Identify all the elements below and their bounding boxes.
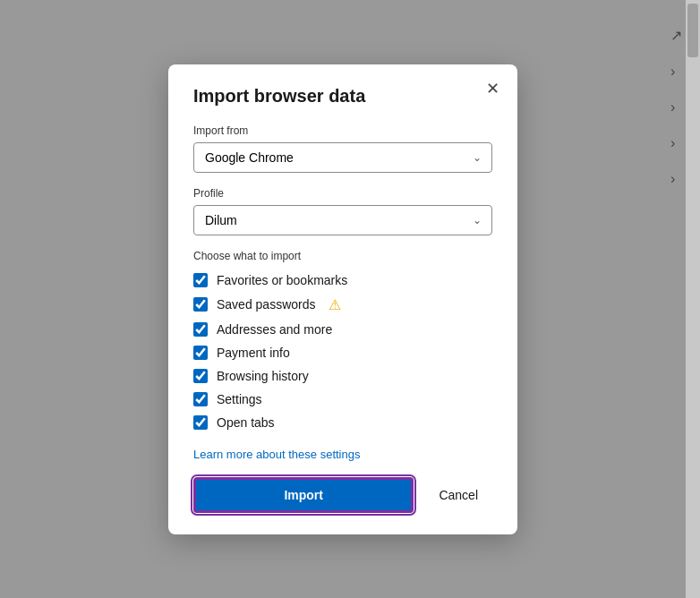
- scrollbar-thumb[interactable]: [687, 4, 698, 57]
- chevron-right-icon-1[interactable]: ›: [670, 64, 682, 80]
- warning-icon: ⚠: [329, 296, 341, 313]
- import-from-select[interactable]: Google Chrome: [193, 142, 492, 173]
- chevron-right-icon-2[interactable]: ›: [670, 99, 682, 115]
- checkbox-payment-label: Payment info: [217, 346, 290, 360]
- checkbox-addresses[interactable]: Addresses and more: [193, 322, 492, 337]
- checkbox-settings-label: Settings: [217, 392, 262, 406]
- checkbox-settings-input[interactable]: [193, 392, 208, 406]
- checkbox-passwords-input[interactable]: [193, 297, 208, 312]
- dialog-actions: Import Cancel: [193, 477, 492, 513]
- checkbox-passwords[interactable]: Saved passwords ⚠: [193, 296, 492, 313]
- checkbox-favorites-input[interactable]: [193, 273, 208, 287]
- checkbox-favorites[interactable]: Favorites or bookmarks: [193, 273, 492, 287]
- checkbox-browsing[interactable]: Browsing history: [193, 369, 492, 383]
- dialog: ✕ Import browser data Import from Google…: [168, 64, 517, 534]
- chevron-right-icon-3[interactable]: ›: [670, 135, 682, 151]
- profile-select-wrapper: Dilum ⌄: [193, 205, 492, 235]
- cancel-button[interactable]: Cancel: [424, 480, 492, 510]
- learn-more-link[interactable]: Learn more about these settings: [193, 448, 492, 461]
- checkbox-browsing-label: Browsing history: [217, 369, 309, 383]
- choose-import-label: Choose what to import: [193, 250, 492, 262]
- import-button[interactable]: Import: [193, 477, 414, 513]
- checkbox-list: Favorites or bookmarks Saved passwords ⚠…: [193, 273, 492, 430]
- import-from-label: Import from: [193, 124, 492, 137]
- close-button[interactable]: ✕: [481, 77, 505, 100]
- scrollbar-track[interactable]: [686, 0, 700, 598]
- checkbox-settings[interactable]: Settings: [193, 392, 492, 406]
- chevron-right-icon-4[interactable]: ›: [670, 171, 682, 187]
- checkbox-favorites-label: Favorites or bookmarks: [217, 273, 347, 287]
- profile-select[interactable]: Dilum: [193, 205, 492, 235]
- checkbox-addresses-input[interactable]: [193, 322, 208, 337]
- checkbox-payment-input[interactable]: [193, 346, 208, 360]
- checkbox-passwords-label: Saved passwords: [217, 297, 316, 312]
- checkbox-tabs-input[interactable]: [193, 415, 208, 430]
- checkbox-browsing-input[interactable]: [193, 369, 208, 383]
- profile-label: Profile: [193, 187, 492, 200]
- modal-overlay: ✕ Import browser data Import from Google…: [0, 0, 686, 598]
- checkbox-tabs-label: Open tabs: [217, 415, 275, 430]
- right-sidebar-icons: ↗ › › › ›: [670, 27, 682, 187]
- checkbox-payment[interactable]: Payment info: [193, 346, 492, 360]
- checkbox-addresses-label: Addresses and more: [217, 322, 332, 337]
- import-from-select-wrapper: Google Chrome ⌄: [193, 142, 492, 173]
- checkbox-tabs[interactable]: Open tabs: [193, 415, 492, 430]
- external-link-icon[interactable]: ↗: [670, 27, 682, 44]
- dialog-title: Import browser data: [193, 86, 492, 107]
